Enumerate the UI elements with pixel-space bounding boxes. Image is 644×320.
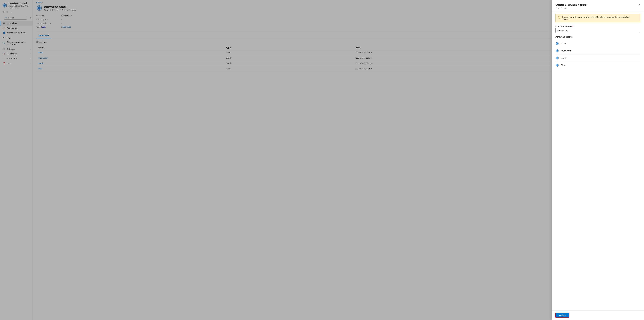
affected-item-name: spark xyxy=(561,57,566,59)
cluster-icon xyxy=(556,42,559,45)
cluster-icon xyxy=(556,49,559,52)
required-star: * xyxy=(572,25,573,27)
svg-marker-14 xyxy=(557,57,558,59)
panel-footer: Delete xyxy=(552,310,644,320)
affected-item: trino xyxy=(556,40,640,47)
warning-banner: ⓘ This action will permanently delete th… xyxy=(556,14,640,22)
affected-item: mycluster xyxy=(556,47,640,54)
delete-cluster-panel: Delete cluster pool contosopool × ⓘ This… xyxy=(552,0,644,320)
delete-button[interactable]: Delete xyxy=(556,313,570,318)
cluster-icon xyxy=(556,56,559,60)
affected-item-name: flink xyxy=(561,64,565,66)
svg-marker-17 xyxy=(557,65,558,66)
panel-title: Delete cluster pool xyxy=(556,3,587,6)
affected-item: spark xyxy=(556,54,640,62)
cluster-icon xyxy=(556,63,559,67)
svg-marker-8 xyxy=(557,43,558,44)
affected-item-name: trino xyxy=(561,42,566,45)
affected-item: flink xyxy=(556,62,640,69)
warning-icon: ⓘ xyxy=(558,16,560,19)
panel-body: ⓘ This action will permanently delete th… xyxy=(552,11,644,310)
svg-marker-11 xyxy=(557,50,558,51)
panel-subtitle: contosopool xyxy=(556,7,587,9)
affected-title: Affected items xyxy=(556,36,640,38)
affected-item-name: mycluster xyxy=(561,49,571,52)
warning-text: This action will permanently delete the … xyxy=(562,16,638,20)
panel-header: Delete cluster pool contosopool × xyxy=(552,0,644,11)
confirm-label: Confirm delete * xyxy=(556,25,640,27)
confirm-delete-input[interactable] xyxy=(556,28,640,33)
affected-items-list: trino mycluster spark flink xyxy=(556,40,640,69)
overlay-background[interactable] xyxy=(0,0,644,320)
panel-close-button[interactable]: × xyxy=(638,3,640,7)
